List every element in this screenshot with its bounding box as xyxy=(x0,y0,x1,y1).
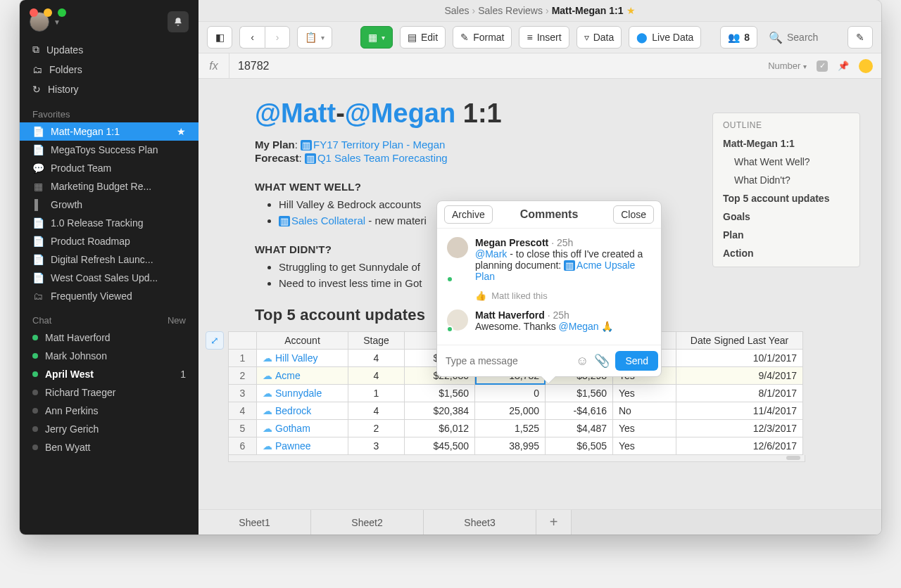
chevron-down-icon[interactable]: ▼ xyxy=(53,18,61,26)
comment-reaction[interactable]: 👍 Matt liked this xyxy=(475,290,651,301)
chat-item[interactable]: Jerry Gerich xyxy=(20,420,199,438)
sidebar-chat-new[interactable]: New xyxy=(168,315,186,326)
cell-date[interactable]: 12/3/2017 xyxy=(676,420,803,437)
format-button[interactable]: ✎ Format xyxy=(453,26,512,49)
sidebar-item[interactable]: 📄1.0 Release Tracking xyxy=(20,214,199,232)
cell-stage[interactable]: 1 xyxy=(348,385,405,402)
sidebar-item[interactable]: ▦Marketing Budget Re... xyxy=(20,177,199,196)
cell[interactable]: 38,995 xyxy=(475,437,546,455)
cell-date[interactable]: 8/1/2017 xyxy=(676,385,803,402)
cell-account[interactable]: ☁Acme xyxy=(257,367,348,385)
cell-stage[interactable]: 3 xyxy=(348,437,405,455)
window-controls[interactable] xyxy=(30,8,66,17)
cell-stage[interactable]: 4 xyxy=(348,350,405,367)
table-row[interactable]: 6☁Pawnee3$45,50038,995$6,505Yes12/6/2017 xyxy=(229,437,803,455)
cell[interactable]: $6,505 xyxy=(546,437,613,455)
sidebar-item[interactable]: 🗂Frequently Viewed xyxy=(20,287,199,305)
compose-button[interactable]: ✎ xyxy=(848,26,873,49)
plan-link[interactable]: FY17 Territory Plan - Megan xyxy=(313,139,445,151)
sidebar-item[interactable]: 📄Digital Refresh Launc... xyxy=(20,250,199,269)
back-button[interactable]: ‹ xyxy=(239,26,265,49)
search-input[interactable]: 🔍 xyxy=(764,31,840,44)
mention-megan[interactable]: @Megan xyxy=(345,98,455,128)
comment-indicator-icon[interactable] xyxy=(859,59,873,73)
outline-row[interactable]: Goals xyxy=(713,207,859,226)
cell-date[interactable]: 12/6/2017 xyxy=(676,437,803,455)
comment-link[interactable]: Acme Upsale Plan xyxy=(475,260,635,282)
pin-icon[interactable]: 📌 xyxy=(838,60,849,71)
panel-toggle-button[interactable]: ◧ xyxy=(207,26,232,49)
sheet-tab[interactable]: Sheet3 xyxy=(424,510,536,535)
star-icon[interactable]: ★ xyxy=(626,5,636,16)
chat-item[interactable]: Ben Wyatt xyxy=(20,438,199,456)
cell[interactable]: -$4,616 xyxy=(546,402,613,420)
cell[interactable]: $20,384 xyxy=(405,402,475,420)
data-button[interactable]: ▿ Data xyxy=(576,26,622,49)
sidebar-top-item[interactable]: ⧉Updates xyxy=(20,39,199,60)
sidebar-item[interactable]: 📄Product Roadmap xyxy=(20,232,199,250)
cell-stage[interactable]: 4 xyxy=(348,402,405,420)
chat-item[interactable]: Matt Haverford xyxy=(20,328,199,347)
cell-type[interactable]: Number ▾ xyxy=(768,60,807,71)
sidebar-item[interactable]: 💬Product Team xyxy=(20,159,199,177)
row-number[interactable]: 3 xyxy=(229,385,257,402)
archive-button[interactable]: Archive xyxy=(444,205,493,224)
cell[interactable]: 0 xyxy=(475,385,546,402)
cell-stage[interactable]: 4 xyxy=(348,367,405,385)
attachment-icon[interactable]: 📎 xyxy=(594,353,610,369)
cell-account[interactable]: ☁Sunnydale xyxy=(257,385,348,402)
cell[interactable]: $1,560 xyxy=(546,385,613,402)
cell-prepay[interactable]: Yes xyxy=(613,437,676,455)
edit-button[interactable]: ▤ Edit xyxy=(400,26,446,49)
row-number[interactable]: 1 xyxy=(229,350,257,367)
emoji-icon[interactable]: ☺ xyxy=(576,354,588,369)
table-row[interactable]: 5☁Gotham2$6,0121,525$4,487Yes12/3/2017 xyxy=(229,420,803,437)
cell[interactable]: 1,525 xyxy=(475,420,546,437)
column-header[interactable]: Stage xyxy=(348,332,405,350)
add-sheet-button[interactable]: + xyxy=(536,510,572,535)
outline-row[interactable]: Plan xyxy=(713,226,859,244)
row-number[interactable]: 2 xyxy=(229,367,257,385)
row-number[interactable]: 5 xyxy=(229,420,257,437)
cell-stage[interactable]: 2 xyxy=(348,420,405,437)
mention[interactable]: @Mark xyxy=(475,248,507,260)
column-header[interactable] xyxy=(229,332,257,350)
comment-input[interactable] xyxy=(444,351,570,371)
chat-item[interactable]: Ann Perkins xyxy=(20,402,199,420)
outline-row[interactable]: What Didn't? xyxy=(713,171,859,189)
table-row[interactable]: 4☁Bedrock4$20,38425,000-$4,616No11/4/201… xyxy=(229,402,803,420)
cell-date[interactable]: 10/1/2017 xyxy=(676,350,803,367)
mention[interactable]: @Megan xyxy=(559,321,599,332)
row-number[interactable]: 6 xyxy=(229,437,257,455)
sidebar-item[interactable]: 📄Matt-Megan 1:1★ xyxy=(20,122,199,141)
cell[interactable]: $6,012 xyxy=(405,420,475,437)
cell[interactable]: $1,560 xyxy=(405,385,475,402)
cell-prepay[interactable]: Yes xyxy=(613,420,676,437)
cell[interactable]: 25,000 xyxy=(475,402,546,420)
cell-prepay[interactable]: No xyxy=(613,402,676,420)
cell[interactable]: $4,487 xyxy=(546,420,613,437)
sidebar-top-item[interactable]: 🗂Folders xyxy=(20,60,199,79)
cell-account[interactable]: ☁Gotham xyxy=(257,420,348,437)
checkbox-icon[interactable]: ✓ xyxy=(817,60,828,72)
breadcrumb-b[interactable]: Sales Reviews xyxy=(478,5,543,16)
sidebar-item[interactable]: 📄MegaToys Success Plan xyxy=(20,141,199,159)
cell-date[interactable]: 9/4/2017 xyxy=(676,367,803,385)
cell-account[interactable]: ☁Pawnee xyxy=(257,437,348,455)
sidebar-top-item[interactable]: ↻History xyxy=(20,79,199,99)
scroll-handle[interactable] xyxy=(228,455,805,462)
send-button[interactable]: Send xyxy=(615,351,658,371)
insert-button[interactable]: ≡ Insert xyxy=(519,26,569,49)
outline-row[interactable]: What Went Well? xyxy=(713,153,859,171)
cell-prepay[interactable]: Yes xyxy=(613,385,676,402)
spreadsheet-button[interactable]: ▦▾ xyxy=(360,26,393,49)
cell-account[interactable]: ☁Hill Valley xyxy=(257,350,348,367)
sidebar-item[interactable]: 📄West Coast Sales Upd... xyxy=(20,269,199,287)
cell[interactable]: $45,500 xyxy=(405,437,475,455)
table-row[interactable]: 3☁Sunnydale1$1,5600$1,560Yes8/1/2017 xyxy=(229,385,803,402)
column-header[interactable]: Date Signed Last Year xyxy=(676,332,803,350)
expand-sheet-button[interactable]: ⤢ xyxy=(206,331,224,350)
row-number[interactable]: 4 xyxy=(229,402,257,420)
breadcrumb-a[interactable]: Sales xyxy=(444,5,469,16)
chat-item[interactable]: April West1 xyxy=(20,365,199,383)
